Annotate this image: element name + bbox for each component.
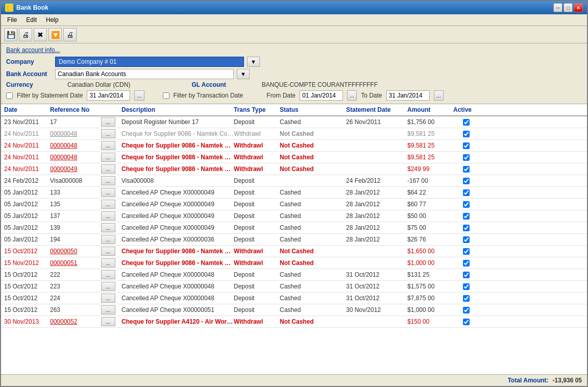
cell-trans: Deposit bbox=[234, 201, 280, 208]
row-browse-button[interactable]: ... bbox=[101, 270, 115, 279]
active-checkbox[interactable] bbox=[463, 307, 470, 313]
filter-button[interactable]: 🔽 bbox=[48, 28, 62, 41]
maximize-button[interactable]: □ bbox=[564, 3, 573, 12]
filter-transaction-checkbox[interactable] bbox=[163, 92, 169, 99]
cell-ref[interactable]: 00000048 bbox=[50, 130, 101, 137]
row-browse-button[interactable]: ... bbox=[101, 117, 115, 127]
cell-ref[interactable]: 00000051 bbox=[50, 259, 101, 267]
company-dropdown-button[interactable]: ▼ bbox=[247, 57, 260, 67]
print-button[interactable]: 🖨 bbox=[63, 28, 77, 41]
active-checkbox[interactable] bbox=[463, 319, 470, 325]
active-checkbox[interactable] bbox=[463, 178, 470, 184]
col-header-status[interactable]: Status bbox=[280, 106, 346, 113]
filter-statement-checkbox[interactable] bbox=[6, 92, 13, 99]
bank-account-dropdown-button[interactable]: ▼ bbox=[237, 69, 250, 79]
active-checkbox[interactable] bbox=[463, 166, 470, 173]
cell-ref[interactable]: 222 bbox=[50, 271, 101, 278]
cell-active bbox=[453, 154, 479, 161]
row-browse-button[interactable]: ... bbox=[101, 176, 115, 185]
save-button[interactable]: 💾 bbox=[4, 28, 17, 41]
active-checkbox[interactable] bbox=[463, 248, 470, 255]
cell-ref[interactable]: 139 bbox=[50, 224, 101, 231]
cell-ref[interactable]: 223 bbox=[50, 283, 101, 290]
cell-trans: Deposit bbox=[234, 118, 280, 126]
active-checkbox[interactable] bbox=[463, 236, 470, 243]
row-browse-button[interactable]: ... bbox=[101, 153, 115, 162]
col-header-desc[interactable]: Description bbox=[121, 106, 234, 113]
col-header-stmt-date[interactable]: Statement Date bbox=[346, 106, 407, 113]
active-checkbox[interactable] bbox=[463, 283, 470, 290]
cell-ref[interactable]: 17 bbox=[50, 118, 101, 126]
active-checkbox[interactable] bbox=[463, 225, 470, 231]
active-checkbox[interactable] bbox=[463, 295, 470, 302]
cell-ref[interactable]: 00000049 bbox=[50, 165, 101, 173]
col-header-ref[interactable]: Reference No bbox=[50, 106, 101, 113]
col-header-trans[interactable]: Trans Type bbox=[234, 106, 280, 113]
currency-row: Currency Canadian Dollar (CDN) GL Accoun… bbox=[6, 81, 582, 88]
row-browse-button[interactable]: ... bbox=[101, 211, 115, 221]
menu-edit[interactable]: Edit bbox=[22, 15, 41, 25]
cell-ref[interactable]: 137 bbox=[50, 212, 101, 220]
active-checkbox[interactable] bbox=[463, 142, 470, 149]
filter-statement-date[interactable] bbox=[87, 90, 130, 101]
active-checkbox[interactable] bbox=[463, 119, 470, 126]
col-header-amount[interactable]: Amount bbox=[407, 106, 453, 113]
cell-ref[interactable]: Visa000008 bbox=[50, 177, 101, 184]
active-checkbox[interactable] bbox=[463, 272, 470, 278]
cell-status: Cashed bbox=[280, 118, 346, 126]
col-header-date[interactable]: Date bbox=[4, 106, 50, 113]
row-browse-button[interactable]: ... bbox=[101, 317, 115, 326]
row-browse-button[interactable]: ... bbox=[101, 258, 115, 268]
table-row: 05 Jan/2012 135 ... Cancelled AP Cheque … bbox=[1, 199, 587, 210]
bank-info-link[interactable]: Bank account info... bbox=[6, 46, 582, 54]
row-browse-button[interactable]: ... bbox=[101, 164, 115, 174]
row-browse-button[interactable]: ... bbox=[101, 305, 115, 315]
active-checkbox[interactable] bbox=[463, 154, 470, 161]
table-row: 24 Feb/2012 Visa000008 ... Visa000008 De… bbox=[1, 175, 587, 187]
row-browse-button[interactable]: ... bbox=[101, 282, 115, 291]
cell-ref[interactable]: 224 bbox=[50, 295, 101, 302]
delete-button[interactable]: ✖ bbox=[34, 28, 47, 41]
row-browse-button[interactable]: ... bbox=[101, 294, 115, 303]
col-header-active[interactable]: Active bbox=[453, 106, 479, 113]
cell-desc: Cheque for Supplier 9086 - Namtek Consu bbox=[121, 154, 234, 161]
close-button[interactable]: ✕ bbox=[574, 3, 583, 12]
cell-ref[interactable]: 00000048 bbox=[50, 142, 101, 149]
cell-ref[interactable]: 00000052 bbox=[50, 318, 101, 325]
company-input[interactable] bbox=[55, 57, 244, 67]
active-checkbox[interactable] bbox=[463, 189, 470, 196]
row-browse-button[interactable]: ... bbox=[101, 141, 115, 150]
cell-trans: Withdrawl bbox=[234, 165, 280, 173]
cell-ref[interactable]: 00000048 bbox=[50, 154, 101, 161]
bank-account-input[interactable] bbox=[55, 69, 234, 79]
row-browse-button[interactable]: ... bbox=[101, 235, 115, 244]
to-date-browse-button[interactable]: ... bbox=[434, 90, 444, 101]
row-browse-button[interactable]: ... bbox=[101, 188, 115, 197]
row-browse-button[interactable]: ... bbox=[101, 247, 115, 256]
cell-active bbox=[453, 295, 479, 302]
bank-account-label: Bank Account bbox=[6, 70, 52, 78]
minimize-button[interactable]: ─ bbox=[553, 3, 562, 12]
from-date-input[interactable] bbox=[300, 90, 343, 101]
cell-ref[interactable]: 194 bbox=[50, 236, 101, 243]
print-preview-button[interactable]: 🖨 bbox=[19, 28, 32, 41]
row-browse-button[interactable]: ... bbox=[101, 200, 115, 209]
row-browse-button[interactable]: ... bbox=[101, 129, 115, 138]
menu-file[interactable]: File bbox=[3, 15, 21, 25]
active-checkbox[interactable] bbox=[463, 213, 470, 220]
menu-help[interactable]: Help bbox=[42, 15, 63, 25]
cell-ref[interactable]: 133 bbox=[50, 189, 101, 196]
title-bar-controls: ─ □ ✕ bbox=[553, 3, 583, 12]
to-date-input[interactable] bbox=[386, 90, 430, 101]
filter-statement-browse-button[interactable]: ... bbox=[134, 90, 144, 101]
active-checkbox[interactable] bbox=[463, 201, 470, 208]
cell-ref[interactable]: 00000050 bbox=[50, 248, 101, 255]
cell-ref[interactable]: 263 bbox=[50, 306, 101, 313]
cell-status: Not Cashed bbox=[280, 248, 346, 255]
active-checkbox[interactable] bbox=[463, 260, 470, 267]
cell-stmt-date: 31 Oct/2012 bbox=[346, 271, 407, 278]
active-checkbox[interactable] bbox=[463, 131, 470, 137]
from-date-browse-button[interactable]: ... bbox=[347, 90, 357, 101]
cell-ref[interactable]: 135 bbox=[50, 201, 101, 208]
row-browse-button[interactable]: ... bbox=[101, 223, 115, 232]
